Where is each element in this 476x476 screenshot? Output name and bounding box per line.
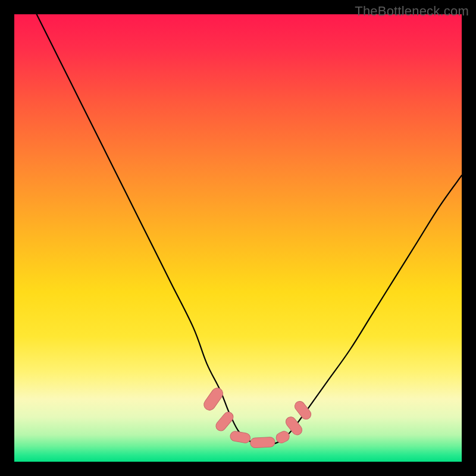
curve-markers [202, 386, 313, 448]
curve-marker [250, 437, 275, 448]
plot-area [14, 14, 462, 462]
curve-marker [214, 410, 236, 433]
curve-marker [293, 399, 313, 421]
curve-marker [202, 386, 225, 412]
bottleneck-curve [37, 14, 462, 444]
curve-marker [230, 431, 251, 444]
chart-overlay [14, 14, 462, 462]
watermark-text: TheBottleneck.com [355, 4, 469, 19]
chart-frame: TheBottleneck.com [0, 0, 476, 476]
